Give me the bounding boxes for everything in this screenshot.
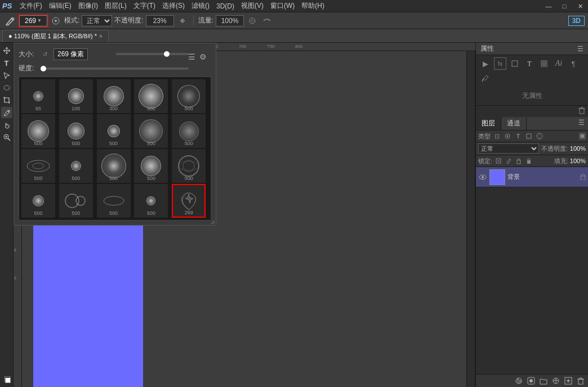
airbrush-icon[interactable] xyxy=(176,15,189,27)
menu-3d[interactable]: 3D(D) xyxy=(213,1,238,11)
lasso-tool[interactable] xyxy=(1,82,12,93)
trash-icon[interactable] xyxy=(578,106,586,116)
brush-cell-5[interactable]: 500 xyxy=(172,79,206,113)
selection-tool[interactable] xyxy=(1,70,12,81)
menu-filter[interactable]: 滤镜() xyxy=(188,0,213,12)
menu-view[interactable]: 视图(V) xyxy=(238,0,267,12)
opacity-row-value[interactable]: 100% xyxy=(570,145,586,152)
lock-position-icon[interactable] xyxy=(514,156,523,165)
text-prop-icon[interactable]: T xyxy=(523,57,536,70)
menu-window[interactable]: 窗口(W) xyxy=(267,0,298,12)
brush-settings-icon[interactable] xyxy=(50,15,62,27)
filter-text-icon[interactable]: T xyxy=(514,132,523,141)
type-tool[interactable]: T xyxy=(1,57,12,69)
brush-cell-4[interactable]: 500 xyxy=(134,79,168,113)
main-layout: T 大小: ↺ 269 像素 xyxy=(0,43,588,387)
brush-reset-icon[interactable]: ↺ xyxy=(39,48,51,60)
lock-all-icon[interactable] xyxy=(524,156,533,165)
menu-file[interactable]: 文件(F) xyxy=(16,0,45,12)
menu-help[interactable]: 帮助(H) xyxy=(298,0,328,12)
opacity-input[interactable] xyxy=(146,15,174,26)
brush-grid[interactable]: 65 100 300 500 500 500 xyxy=(19,76,211,220)
create-group-btn[interactable] xyxy=(538,376,549,386)
panel-settings-icon[interactable]: ⚙ xyxy=(199,52,207,61)
smoothing-icon[interactable] xyxy=(261,15,273,27)
hardness-slider[interactable] xyxy=(43,68,189,70)
properties-panel-header: 属性 ☰ xyxy=(476,43,588,55)
pressure-icon[interactable] xyxy=(246,15,259,27)
brush-cell-7[interactable]: 500 xyxy=(59,114,93,148)
resize-handle-icon[interactable] xyxy=(210,219,215,224)
layer-item-background[interactable]: 背景 xyxy=(476,167,588,187)
add-layer-btn[interactable] xyxy=(563,376,573,386)
filter-pixel-icon[interactable]: ⊡ xyxy=(492,132,501,141)
rect-icon[interactable] xyxy=(509,57,521,70)
brush-cell-11[interactable]: 500 xyxy=(21,149,55,183)
layer-visibility-toggle[interactable] xyxy=(478,173,487,182)
fill-value[interactable]: 100% xyxy=(570,158,586,164)
brush-size-box[interactable]: 269 ▼ xyxy=(19,15,47,26)
filter-shape-icon[interactable] xyxy=(524,132,533,141)
hand-tool[interactable] xyxy=(1,119,12,130)
brush-cell-6[interactable]: 500 xyxy=(21,114,55,148)
brush-cell-2[interactable]: 100 xyxy=(59,79,93,113)
brush-tool-icon[interactable] xyxy=(3,14,17,28)
crop-tool[interactable] xyxy=(1,94,12,106)
adjust-icon[interactable]: Ai xyxy=(553,57,565,70)
properties-menu-icon[interactable]: ☰ xyxy=(577,45,583,53)
mode-select[interactable]: 正常 xyxy=(82,15,112,26)
filter-toggle[interactable] xyxy=(579,133,586,140)
brush-cell-13[interactable]: 500 xyxy=(97,149,131,183)
document-tab[interactable]: ● 110% (图层 1 副本, RGB/8#) * × xyxy=(2,30,109,42)
brush-cell-8[interactable]: 500 xyxy=(97,114,131,148)
grid-icon[interactable] xyxy=(538,57,550,70)
menu-image[interactable]: 图像(I) xyxy=(75,0,101,12)
layers-panel-menu[interactable]: ☰ xyxy=(575,117,588,130)
add-layer-style-btn[interactable]: fx xyxy=(514,376,524,386)
lock-paint-icon[interactable] xyxy=(504,156,513,165)
create-adjustment-btn[interactable] xyxy=(551,376,561,386)
brush-cell-14[interactable]: 500 xyxy=(134,149,168,183)
menu-edit[interactable]: 编辑(E) xyxy=(46,0,75,12)
menu-layer[interactable]: 图层(L) xyxy=(101,0,130,12)
add-mask-btn[interactable] xyxy=(526,376,536,386)
size-slider[interactable] xyxy=(116,53,189,55)
blend-mode-select[interactable]: 正常 xyxy=(478,143,539,154)
brush-cell-15[interactable]: 500 xyxy=(172,149,206,183)
flow-input[interactable] xyxy=(216,15,244,26)
layers-bottom-toolbar: fx xyxy=(476,374,588,387)
brush-cell-1[interactable]: 65 xyxy=(21,79,55,113)
menu-select[interactable]: 选择(S) xyxy=(159,0,188,12)
foreground-bg-color[interactable] xyxy=(1,374,12,385)
fx-icon[interactable]: fx xyxy=(494,57,506,70)
play-icon[interactable]: ▶ xyxy=(479,57,492,70)
maximize-button[interactable]: □ xyxy=(556,0,572,12)
lock-pixels-icon[interactable] xyxy=(494,156,503,165)
delete-layer-btn[interactable] xyxy=(576,376,586,386)
move-tool[interactable] xyxy=(1,45,12,56)
menu-text[interactable]: 文字(T) xyxy=(130,0,159,12)
brush-cell-3[interactable]: 300 xyxy=(97,79,131,113)
filter-adjust-icon[interactable] xyxy=(503,132,512,141)
brush-cell-12[interactable]: 500 xyxy=(59,149,93,183)
brush-cell-19[interactable]: 500 xyxy=(134,184,168,218)
brush-cell-10[interactable]: 500 xyxy=(172,114,206,148)
zoom-tool[interactable] xyxy=(1,132,12,143)
layers-tab-channels[interactable]: 通道 xyxy=(501,117,527,130)
panel-list-icon[interactable]: ☰ xyxy=(188,52,195,61)
brush-cell-18[interactable]: 500 xyxy=(97,184,131,218)
brush-cell-9[interactable]: 500 xyxy=(134,114,168,148)
layers-tab-layers[interactable]: 图层 xyxy=(476,117,501,130)
close-button[interactable]: ✕ xyxy=(572,0,588,12)
3d-button[interactable]: 3D xyxy=(568,16,585,26)
tab-close-button[interactable]: × xyxy=(99,33,103,39)
brush-cell-17[interactable]: 500 xyxy=(59,184,93,218)
wrench-icon[interactable] xyxy=(479,72,492,84)
brush-cell-20[interactable]: 269 xyxy=(172,184,206,218)
minimize-button[interactable]: — xyxy=(541,0,556,12)
brush-cell-16[interactable]: 500 xyxy=(21,184,55,218)
brush-tool[interactable] xyxy=(1,107,12,118)
paragraph-icon[interactable]: ¶ xyxy=(567,57,580,70)
filter-smart-icon[interactable] xyxy=(535,132,544,141)
layer-lock-icon xyxy=(580,173,586,181)
